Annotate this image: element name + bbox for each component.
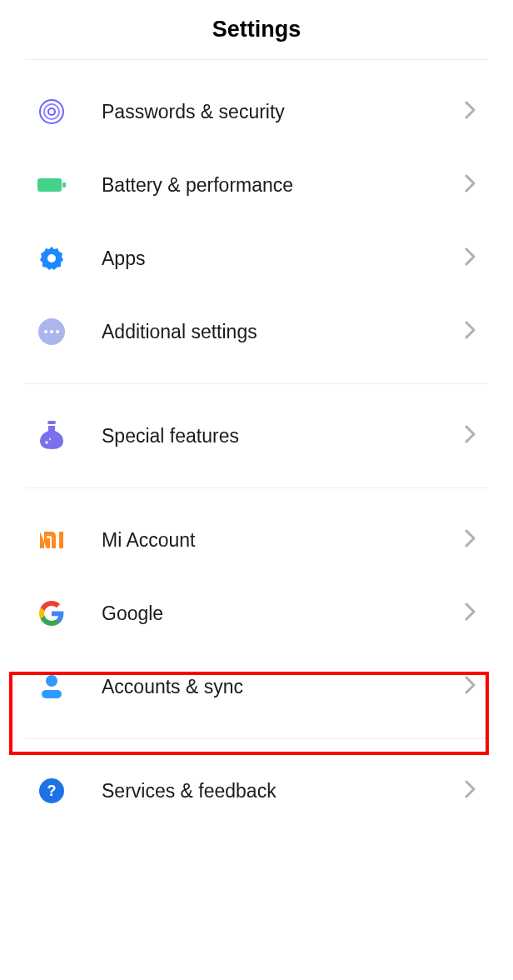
- chevron-right-icon: [465, 248, 476, 269]
- svg-rect-16: [42, 690, 62, 698]
- fingerprint-icon: [37, 97, 67, 127]
- settings-group: ? Services & feedback: [0, 739, 513, 842]
- chevron-right-icon: [465, 676, 476, 698]
- chevron-right-icon: [465, 780, 476, 802]
- settings-item-battery-performance[interactable]: Battery & performance: [0, 148, 513, 222]
- header: Settings: [0, 0, 513, 59]
- settings-item-google[interactable]: Google: [0, 577, 513, 650]
- chevron-right-icon: [465, 602, 476, 624]
- svg-rect-10: [47, 421, 56, 424]
- settings-group: Special features: [0, 384, 513, 488]
- settings-item-label: Battery & performance: [67, 174, 465, 197]
- svg-text:?: ?: [47, 782, 57, 799]
- settings-item-passwords-security[interactable]: Passwords & security: [0, 75, 513, 148]
- chevron-right-icon: [465, 174, 476, 196]
- settings-item-special-features[interactable]: Special features: [0, 399, 513, 472]
- dots-icon: [37, 317, 67, 347]
- svg-point-11: [45, 441, 48, 444]
- google-icon: [37, 598, 67, 628]
- settings-item-label: Additional settings: [67, 321, 465, 343]
- svg-rect-3: [37, 178, 62, 192]
- settings-item-label: Passwords & security: [67, 101, 465, 123]
- settings-item-label: Special features: [67, 425, 465, 448]
- svg-point-9: [56, 330, 59, 333]
- page-title: Settings: [0, 17, 513, 42]
- settings-item-additional-settings[interactable]: Additional settings: [0, 295, 513, 368]
- settings-item-apps[interactable]: Apps: [0, 222, 513, 295]
- user-icon: [37, 672, 67, 702]
- settings-item-services-feedback[interactable]: ? Services & feedback: [0, 754, 513, 828]
- flask-icon: [37, 421, 67, 451]
- settings-item-label: Accounts & sync: [67, 676, 465, 698]
- svg-point-12: [49, 438, 51, 440]
- svg-point-1: [44, 104, 59, 119]
- settings-item-label: Mi Account: [67, 529, 465, 552]
- chevron-right-icon: [465, 529, 476, 551]
- svg-rect-14: [59, 532, 63, 548]
- settings-item-mi-account[interactable]: Mi Account: [0, 503, 513, 577]
- settings-item-label: Apps: [67, 248, 465, 270]
- settings-group: Mi Account Google Accounts & sync: [0, 488, 513, 738]
- battery-icon: [37, 170, 67, 200]
- chevron-right-icon: [465, 101, 476, 122]
- mi-icon: [37, 525, 67, 555]
- settings-item-label: Google: [67, 602, 465, 625]
- svg-point-7: [44, 330, 47, 333]
- svg-point-15: [46, 675, 57, 687]
- settings-item-label: Services & feedback: [67, 780, 465, 802]
- gear-icon: [37, 243, 67, 273]
- svg-rect-13: [47, 538, 50, 548]
- chevron-right-icon: [465, 321, 476, 342]
- chevron-right-icon: [465, 425, 476, 447]
- settings-group: Passwords & security Battery & performan…: [0, 60, 513, 383]
- svg-point-2: [48, 108, 55, 115]
- svg-rect-4: [62, 182, 66, 188]
- settings-item-accounts-sync[interactable]: Accounts & sync: [0, 650, 513, 723]
- svg-point-5: [47, 254, 56, 262]
- help-icon: ?: [37, 776, 67, 806]
- svg-point-8: [50, 330, 53, 333]
